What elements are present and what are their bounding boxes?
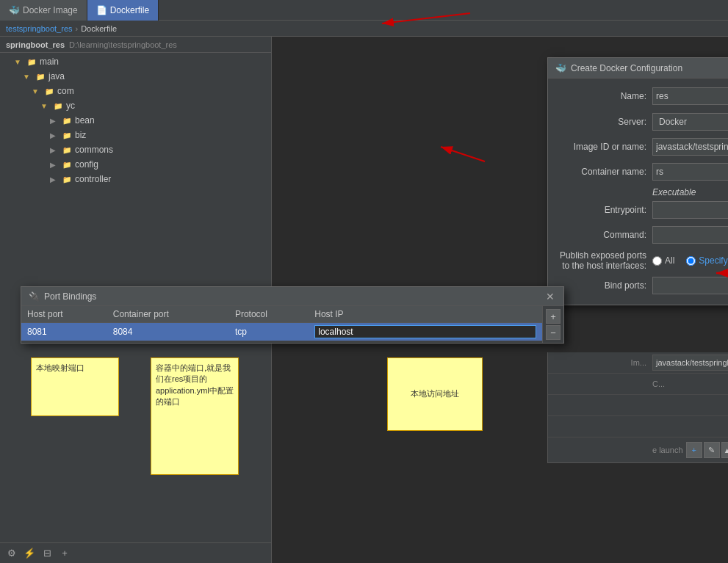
port-add-button[interactable]: + (546, 309, 561, 324)
breadcrumb: testspringboot_res › Dockerfile (0, 21, 728, 37)
executable-section-header: Executable (652, 187, 728, 197)
sidebar-header: springboot_res D:\learning\testspringboo… (0, 37, 271, 53)
file-tree: ▼ 📁 main ▼ 📁 java ▼ 📁 com ▼ 📁 yc ▶ 📁 bea… (0, 53, 271, 188)
publish-ports-label: Publish exposed ports to the host interf… (557, 250, 652, 271)
port-dialog-icon: 🔌 (29, 291, 40, 302)
add-launch-btn[interactable]: + (686, 442, 702, 458)
tab-dockerfile[interactable]: 📄 Dockerfile (87, 0, 159, 21)
tree-item-controller[interactable]: ▶ 📁 controller (0, 172, 271, 186)
tab-docker-image[interactable]: 🐳 Docker Image (0, 0, 87, 21)
image-label: Image ID or name: (557, 142, 652, 152)
bind-ports-label: Bind ports: (557, 280, 652, 291)
port-table: Host port Container port Protocol Host I… (21, 306, 542, 341)
folder-icon-bean: 📁 (61, 115, 73, 126)
bind-ports-input[interactable] (652, 277, 728, 294)
radio-all-label[interactable]: All (652, 255, 674, 266)
folder-icon-com: 📁 (43, 85, 55, 97)
server-label: Server: (557, 117, 652, 127)
name-label: Name: (557, 91, 652, 101)
port-dialog-title-text: Port Bindings (44, 291, 96, 302)
toolbar-structure-btn[interactable]: ⚙ (4, 546, 19, 561)
name-row: Name: Allow parallel run Store as projec… (557, 86, 728, 106)
server-row: Server: Docker ... (557, 112, 728, 131)
edit-launch-btn[interactable]: ✎ (704, 442, 720, 458)
server-control-group: Docker ... (652, 113, 728, 131)
container-name-row: Container name: (557, 162, 728, 181)
host-ip-input[interactable] (314, 325, 536, 338)
container-name-input[interactable] (652, 163, 728, 181)
tree-item-bean[interactable]: ▶ 📁 bean (0, 113, 271, 128)
entrypoint-label: Entrypoint: (557, 205, 652, 215)
entrypoint-input[interactable] (652, 201, 728, 219)
folder-expand-icon-yc: ▼ (38, 100, 50, 112)
docker-dialog-titlebar: 🐳 Create Docker Configuration ✕ (548, 58, 728, 79)
up-launch-btn[interactable]: ▲ (721, 442, 728, 458)
radio-specify-label[interactable]: Specify (686, 255, 727, 266)
dockerfile-tab-icon: 📄 (96, 5, 107, 15)
extra-row-2: C... 📁 (548, 374, 728, 395)
port-table-row[interactable]: 8081 8084 tcp (21, 323, 542, 341)
dialog-extra-rows: Im... javastack/testspringboot_res:1.0-S… (547, 352, 728, 463)
radio-specify[interactable] (686, 256, 696, 266)
tree-item-config[interactable]: ▶ 📁 config (0, 157, 271, 172)
toolbar-add-btn[interactable]: + (57, 546, 72, 561)
folder-expand-icon: ▼ (12, 56, 24, 68)
publish-ports-row: Publish exposed ports to the host interf… (557, 250, 728, 271)
th-container-port: Container port (107, 306, 229, 323)
entrypoint-row: Entrypoint: ⤢ (557, 200, 728, 219)
server-select[interactable]: Docker (652, 113, 728, 131)
tree-item-main[interactable]: ▼ 📁 main (0, 54, 271, 69)
sticky-note-container-port: 容器中的端口,就是我们在res项目的application.yml中配置的端口 (151, 357, 239, 475)
folder-expand-icon-config: ▶ (47, 159, 59, 170)
folder-expand-icon-com: ▼ (29, 85, 41, 97)
radio-all[interactable] (652, 256, 662, 266)
tab-bar: 🐳 Docker Image 📄 Dockerfile (0, 0, 728, 21)
folder-expand-icon-commons: ▶ (47, 144, 59, 156)
cell-protocol: tcp (229, 323, 309, 341)
toolbar-filter-btn[interactable]: ⚡ (22, 546, 37, 561)
radio-group: All Specify (652, 255, 728, 266)
before-launch-label: e launch (652, 446, 683, 454)
cell-host-ip[interactable] (309, 323, 542, 341)
tree-item-commons[interactable]: ▶ 📁 commons (0, 142, 271, 157)
folder-icon-controller: 📁 (61, 173, 73, 185)
bind-ports-row: Bind ports: 📁 (557, 277, 728, 294)
tree-item-com[interactable]: ▼ 📁 com (0, 84, 271, 98)
port-remove-button[interactable]: − (546, 325, 561, 340)
command-input[interactable] (652, 226, 728, 244)
docker-tab-icon: 🐳 (9, 5, 20, 15)
th-host-port: Host port (21, 306, 107, 323)
breadcrumb-project: testspringboot_res (6, 24, 73, 33)
port-table-header: Host port Container port Protocol Host I… (21, 306, 542, 323)
sticky-note-local-port: 本地映射端口 (31, 357, 119, 416)
breadcrumb-file: Dockerfile (81, 24, 117, 33)
docker-dialog-icon: 🐳 (555, 63, 566, 73)
cell-container-port: 8084 (107, 323, 229, 341)
th-protocol: Protocol (229, 306, 309, 323)
folder-icon-java: 📁 (35, 70, 46, 82)
port-dialog-content: Host port Container port Protocol Host I… (21, 306, 563, 343)
cell-host-port: 8081 (21, 323, 107, 341)
folder-expand-icon-controller: ▶ (47, 173, 59, 185)
tree-item-java[interactable]: ▼ 📁 java (0, 69, 271, 84)
sidebar-project-path: D:\learning\testspringboot_res (69, 40, 177, 49)
port-dialog-close-button[interactable]: ✕ (544, 291, 556, 302)
tree-item-yc[interactable]: ▼ 📁 yc (0, 98, 271, 113)
folder-icon-config: 📁 (61, 159, 73, 170)
folder-icon-main: 📁 (26, 56, 37, 68)
extra-row-1: Im... javastack/testspringboot_res:1.0-S… (548, 352, 728, 374)
name-input[interactable] (652, 87, 728, 105)
extra-field-1[interactable]: javastack/testspringboot_res:1.0-SNAPSHO… (652, 355, 728, 371)
folder-expand-icon-biz: ▶ (47, 129, 59, 141)
extra-label-1: Im... (557, 358, 652, 367)
folder-expand-icon-bean: ▶ (47, 115, 59, 126)
docker-dialog-title-group: 🐳 Create Docker Configuration (555, 63, 682, 73)
folder-icon-biz: 📁 (61, 129, 73, 141)
image-input[interactable] (652, 138, 728, 156)
th-host-ip: Host IP (309, 306, 542, 323)
extra-row-2-content: C... 📁 (652, 376, 728, 392)
toolbar-collapse-btn[interactable]: ⊟ (40, 546, 54, 561)
port-dialog-title-group: 🔌 Port Bindings (29, 291, 96, 302)
folder-icon-commons: 📁 (61, 144, 73, 156)
tree-item-biz[interactable]: ▶ 📁 biz (0, 128, 271, 142)
